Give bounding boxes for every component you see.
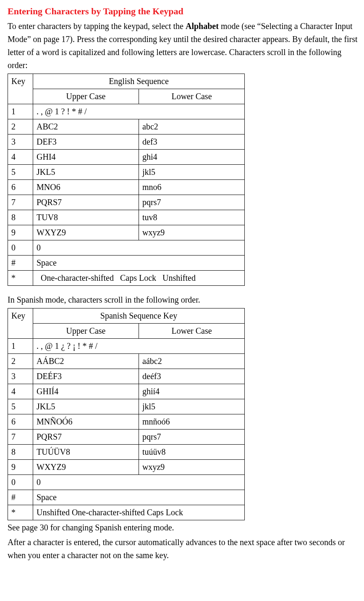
table-row: 3DEF3def3: [8, 134, 245, 150]
table-row: 7PQRS7pqrs7: [8, 430, 245, 445]
cell-lower: wxyz9: [139, 225, 245, 240]
table-row: * One-character-shifted Caps Lock Unshif…: [8, 271, 245, 286]
intro-text-1: To enter characters by tapping the keypa…: [8, 21, 186, 31]
cell-key: 1: [8, 339, 33, 354]
cell-span: One-character-shifted Caps Lock Unshifte…: [33, 271, 245, 286]
cell-key: 8: [8, 210, 33, 225]
cell-upper: DEÉF3: [33, 369, 139, 384]
cell-key: 0: [8, 240, 33, 256]
cell-key: 1: [8, 104, 33, 119]
cell-key: 7: [8, 430, 33, 445]
table-header-row: Key Spanish Sequence Key: [8, 308, 245, 324]
table-row: 3DEÉF3deéf3: [8, 369, 245, 384]
table-subheader-row: Upper Case Lower Case: [8, 89, 245, 104]
table-row: *Unshifted One-character-shifted Caps Lo…: [8, 505, 245, 520]
cell-lower: tuv8: [139, 210, 245, 225]
header-lower: Lower Case: [139, 324, 245, 339]
header-sequence: Spanish Sequence Key: [33, 308, 245, 324]
cell-upper: TUÚÜV8: [33, 445, 139, 460]
cell-span: Space: [33, 256, 245, 271]
english-sequence-table: Key English Sequence Upper Case Lower Ca…: [8, 74, 245, 286]
cell-lower: mno6: [139, 180, 245, 195]
table-row: 6MNO6mno6: [8, 180, 245, 195]
table-row: 1. , @ 1 ? ! * # /: [8, 104, 245, 119]
cell-key: 9: [8, 460, 33, 475]
cell-lower: pqrs7: [139, 195, 245, 210]
table-row: 8TUÚÜV8tuúüv8: [8, 445, 245, 460]
cell-key: 7: [8, 195, 33, 210]
cell-span: Unshifted One-character-shifted Caps Loc…: [33, 505, 245, 520]
table-row: 9WXYZ9wxyz9: [8, 460, 245, 475]
cell-upper: PQRS7: [33, 430, 139, 445]
cell-key: 6: [8, 414, 33, 430]
table-row: 6MNÑOÓ6mnñoó6: [8, 414, 245, 430]
cell-key: 3: [8, 369, 33, 384]
cell-lower: abc2: [139, 119, 245, 134]
header-upper: Upper Case: [33, 324, 139, 339]
table-row: #Space: [8, 256, 245, 271]
cell-span: . , @ 1 ? ! * # /: [33, 104, 245, 119]
cell-lower: ghi4: [139, 150, 245, 165]
cell-upper: WXYZ9: [33, 460, 139, 475]
cell-key: 6: [8, 180, 33, 195]
cell-key: 2: [8, 354, 33, 369]
cell-key: *: [8, 271, 33, 286]
table-row: 9WXYZ9wxyz9: [8, 225, 245, 240]
table-subheader-row: Upper Case Lower Case: [8, 324, 245, 339]
table-row: 5JKL5jkl5: [8, 165, 245, 180]
table-row: 7PQRS7pqrs7: [8, 195, 245, 210]
intro-bold-word: Alphabet: [186, 21, 219, 31]
cell-key: #: [8, 490, 33, 505]
header-sequence: English Sequence: [33, 74, 245, 89]
table-row: 4GHIÍ4ghií4: [8, 384, 245, 399]
cell-key: #: [8, 256, 33, 271]
table-row: 00: [8, 475, 245, 490]
see-page-note: See page 30 for changing Spanish enterin…: [8, 521, 359, 534]
spanish-sequence-table: Key Spanish Sequence Key Upper Case Lowe…: [8, 308, 245, 520]
table-row: #Space: [8, 490, 245, 505]
table-row: 2ABC2abc2: [8, 119, 245, 134]
cell-upper: ABC2: [33, 119, 139, 134]
intro-paragraph: To enter characters by tapping the keypa…: [8, 20, 359, 72]
cell-lower: deéf3: [139, 369, 245, 384]
table-row: 5JKL5jkl5: [8, 399, 245, 414]
cell-lower: ghií4: [139, 384, 245, 399]
header-key: Key: [8, 308, 33, 339]
cell-upper: GHI4: [33, 150, 139, 165]
header-upper: Upper Case: [33, 89, 139, 104]
cell-span: 0: [33, 475, 245, 490]
cell-upper: MNÑOÓ6: [33, 414, 139, 430]
cell-key: 4: [8, 150, 33, 165]
cell-upper: AÁBC2: [33, 354, 139, 369]
section-heading: Entering Characters by Tapping the Keypa…: [8, 4, 359, 18]
cell-upper: TUV8: [33, 210, 139, 225]
cell-key: 5: [8, 399, 33, 414]
table-header-row: Key English Sequence: [8, 74, 245, 89]
table-row: 00: [8, 240, 245, 256]
cell-key: 2: [8, 119, 33, 134]
cell-key: 9: [8, 225, 33, 240]
cell-lower: wxyz9: [139, 460, 245, 475]
cell-key: 0: [8, 475, 33, 490]
cell-lower: mnñoó6: [139, 414, 245, 430]
table-row: 4GHI4ghi4: [8, 150, 245, 165]
header-key: Key: [8, 74, 33, 104]
table-row: 2AÁBC2aábc2: [8, 354, 245, 369]
cell-upper: GHIÍ4: [33, 384, 139, 399]
cell-lower: tuúüv8: [139, 445, 245, 460]
cell-span: . , @ 1 ¿ ? ¡ ! * # /: [33, 339, 245, 354]
after-char-paragraph: After a character is entered, the cursor…: [8, 536, 359, 562]
cell-key: 8: [8, 445, 33, 460]
cell-span: Space: [33, 490, 245, 505]
cell-upper: PQRS7: [33, 195, 139, 210]
cell-key: 4: [8, 384, 33, 399]
cell-lower: jkl5: [139, 165, 245, 180]
cell-lower: def3: [139, 134, 245, 150]
cell-upper: MNO6: [33, 180, 139, 195]
spanish-intro: In Spanish mode, characters scroll in th…: [8, 293, 359, 306]
cell-upper: WXYZ9: [33, 225, 139, 240]
cell-key: *: [8, 505, 33, 520]
cell-span: 0: [33, 240, 245, 256]
cell-lower: pqrs7: [139, 430, 245, 445]
cell-upper: JKL5: [33, 165, 139, 180]
